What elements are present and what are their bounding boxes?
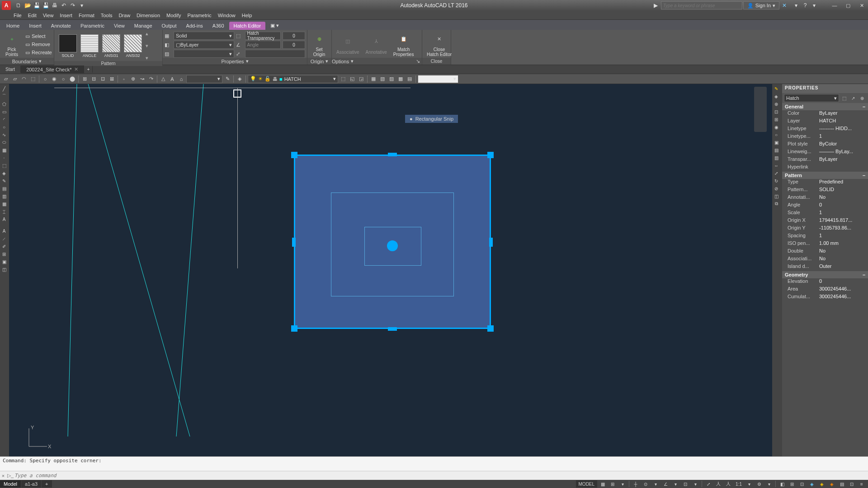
sb-icon[interactable]: ⤢ (704, 480, 713, 488)
pattern-ansi32[interactable]: ANSI32 (124, 34, 142, 58)
qat-redo-icon[interactable]: ↷ (69, 1, 77, 9)
prop-row[interactable]: Angle0 (782, 202, 868, 210)
spline-icon[interactable]: ∿ (0, 131, 8, 138)
sb-dd-icon[interactable]: ▾ (618, 480, 627, 488)
sb-icon[interactable]: ⊡ (797, 480, 807, 488)
circle-icon[interactable]: ○ (0, 123, 8, 131)
prop-row[interactable]: DoubleNo (782, 248, 868, 256)
menu-dimension[interactable]: Dimension (137, 13, 160, 18)
grip-corner[interactable] (487, 152, 494, 158)
prop-row[interactable]: Associati...No (782, 256, 868, 263)
tb-icon[interactable]: ▱ (2, 75, 10, 83)
match-properties-button[interactable]: 📋 Match Properties (391, 31, 417, 58)
scale-slider[interactable] (245, 50, 306, 58)
pattern-angle[interactable]: ANGLE (80, 34, 99, 58)
tool-icon[interactable]: ⌶ (0, 208, 8, 215)
prop-row[interactable]: Island d...Outer (782, 263, 868, 271)
tb-icon[interactable]: ▨ (387, 75, 396, 83)
sb-icon[interactable]: 人 (714, 480, 723, 488)
tb-icon[interactable]: ⌂ (177, 75, 185, 83)
menu-parametric[interactable]: Parametric (187, 13, 211, 18)
chevron-down-icon[interactable]: ▾ (246, 58, 249, 64)
status-tab-layout[interactable]: a1-a3 (21, 480, 41, 488)
tb-icon[interactable]: ↝ (138, 75, 146, 83)
prop-row[interactable]: Lineweig...——— ByLay... (782, 149, 868, 156)
rtool-icon[interactable]: ⊕ (772, 100, 780, 108)
pattern-scroll-up-icon[interactable]: ▴ (146, 31, 148, 37)
tool-icon[interactable]: ◈ (0, 169, 8, 177)
textstyle-dropdown[interactable]: ▾ (418, 75, 458, 83)
qat-print-icon[interactable]: 🖶 (51, 1, 59, 9)
sb-icon[interactable]: ◈ (807, 480, 816, 488)
text-icon[interactable]: A (0, 216, 8, 223)
rtool-icon[interactable]: ▥ (772, 154, 780, 161)
prop-row[interactable]: Hyperlink (782, 164, 868, 172)
maximize-button[interactable]: ▢ (842, 1, 854, 9)
menu-view[interactable]: View (43, 13, 54, 18)
tb-icon[interactable]: ▤ (406, 75, 414, 83)
rtool-icon[interactable]: ⊘ (772, 185, 780, 192)
prop-row[interactable]: Cumulat...3000245446... (782, 294, 868, 301)
sb-icon[interactable]: ┼ (631, 480, 640, 488)
tb-icon[interactable]: ↷ (147, 75, 155, 83)
sb-icon[interactable]: ⊙ (641, 480, 650, 488)
menu-draw[interactable]: Draw (118, 13, 130, 18)
tb-icon[interactable]: ◉ (50, 75, 58, 83)
tab-manage[interactable]: Manage (130, 22, 157, 30)
hatch-center-grip[interactable] (387, 240, 398, 251)
rtool-icon[interactable]: ⧉ (772, 200, 780, 207)
rtool-icon[interactable]: ◈ (772, 93, 780, 100)
chevron-down-icon[interactable]: ▾ (326, 58, 328, 64)
prop-row[interactable]: Annotati...No (782, 194, 868, 202)
tab-close-icon[interactable]: ✕ (74, 66, 78, 72)
rtool-icon[interactable]: ◉ (772, 123, 780, 131)
signin-button[interactable]: 👤Sign In▾ (743, 1, 779, 9)
chevron-down-icon[interactable]: ▾ (39, 58, 42, 64)
tb-icon[interactable]: ✎ (223, 75, 231, 83)
layer-dropdown[interactable]: 💡 ☀ 🔓 🖶 ■ HATCH ▾ (248, 75, 338, 83)
tb-icon[interactable]: ⊠ (108, 75, 116, 83)
sb-icon[interactable]: 人 (724, 480, 733, 488)
angle-value[interactable] (283, 41, 305, 49)
tb-icon[interactable]: ◈ (236, 75, 244, 83)
tool-icon[interactable]: ⊞ (0, 250, 8, 258)
tb-icon[interactable]: ○ (59, 75, 67, 83)
tab-view[interactable]: View (109, 22, 129, 30)
filetab-new-button[interactable]: + (84, 66, 93, 73)
model-space-button[interactable]: MODEL (576, 480, 598, 488)
rectangle-icon[interactable]: ▭ (0, 108, 8, 115)
tb-icon[interactable]: △ (159, 75, 167, 83)
quick-select-icon[interactable]: ⬚ (840, 94, 848, 102)
chevron-down-icon[interactable]: ▾ (351, 58, 354, 64)
mtext-icon[interactable]: A (0, 227, 8, 235)
hatch-type-dropdown[interactable]: Solid▾ (174, 32, 234, 40)
prop-row[interactable]: Origin X1794415.817... (782, 217, 868, 225)
prop-section-header[interactable]: General– (782, 103, 868, 110)
prop-row[interactable]: Plot styleByColor (782, 141, 868, 149)
pattern-scroll-down-icon[interactable]: ▾ (146, 43, 148, 49)
grip-mid[interactable] (388, 327, 397, 331)
scale-button[interactable]: 1:1 (734, 480, 744, 488)
tab-extra-icon[interactable]: ▣ ▾ (266, 21, 283, 30)
toggle-pickadd-icon[interactable]: ⊕ (858, 94, 866, 102)
rtool-icon[interactable]: ✎ (772, 85, 780, 92)
prop-row[interactable]: Linetype...1 (782, 133, 868, 141)
dialog-launcher-icon[interactable]: ↘ (416, 58, 420, 64)
rtool-icon[interactable]: ↻ (772, 177, 780, 184)
drawing-canvas[interactable]: ●Rectangular Snip YX (9, 84, 772, 456)
menu-help[interactable]: Help (242, 13, 252, 18)
prop-row[interactable]: Spacing1 (782, 233, 868, 240)
sb-icon[interactable]: ◧ (778, 480, 787, 488)
tab-a360[interactable]: A360 (208, 22, 229, 30)
polyline-icon[interactable]: ⌒ (0, 93, 8, 100)
tool-icon[interactable]: ◫ (0, 266, 8, 273)
tb-icon[interactable]: ▧ (378, 75, 387, 83)
menu-insert[interactable]: Insert (60, 13, 72, 18)
rtool-icon[interactable]: ◫ (772, 192, 780, 200)
line-icon[interactable]: ╱ (0, 85, 8, 92)
rtool-icon[interactable]: ▤ (772, 146, 780, 154)
sb-icon[interactable]: ▤ (837, 480, 846, 488)
prop-row[interactable]: LayerHATCH (782, 118, 868, 126)
tb-icon[interactable]: ▩ (396, 75, 405, 83)
tab-home[interactable]: Home (2, 22, 24, 30)
